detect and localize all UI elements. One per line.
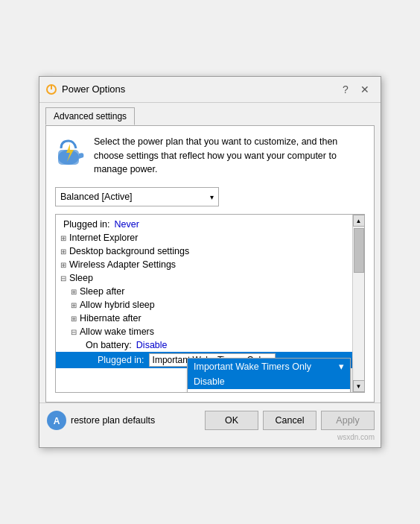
watermark: wsxdn.com — [45, 433, 375, 441]
item-label: Hibernate after — [80, 313, 141, 323]
item-label: Internet Explorer — [69, 233, 138, 243]
bottom-section: A restore plan defaults OK Cancel Apply … — [39, 403, 381, 447]
close-button[interactable]: ✕ — [355, 82, 375, 97]
expand-icon: ⊞ — [71, 315, 77, 323]
dialog-title: Power Options — [62, 83, 125, 95]
item-label: On battery: — [86, 340, 132, 350]
plan-dropdown-section: Balanced [Active] ▾ — [55, 187, 365, 206]
chevron-down-icon: ▾ — [210, 193, 214, 201]
list-item: ⊞ Desktop background settings — [56, 244, 352, 258]
scroll-thumb[interactable] — [354, 228, 364, 273]
title-bar-buttons: ? ✕ — [337, 82, 375, 97]
item-label: Sleep — [69, 273, 93, 283]
scrollbar[interactable]: ▲ ▼ — [352, 215, 364, 392]
list-item: ⊞ Allow hybrid sleep — [56, 298, 352, 312]
info-description: Select the power plan that you want to c… — [94, 135, 365, 177]
plan-dropdown[interactable]: Balanced [Active] ▾ — [55, 187, 219, 206]
scroll-up-button[interactable]: ▲ — [353, 215, 365, 227]
item-label: Allow wake timers — [80, 326, 154, 337]
list-item: On battery: Disable — [56, 338, 352, 352]
item-value: Disable — [136, 340, 168, 350]
plan-dropdown-value: Balanced [Active] — [60, 192, 133, 202]
expand-icon: ⊟ — [71, 328, 77, 336]
dropdown-option-disable[interactable]: Disable — [188, 374, 350, 389]
dialog-body: Select the power plan that you want to c… — [45, 125, 375, 403]
wake-timers-dropdown-overlay: Important Wake Timers Only ▾ Disable Ena… — [187, 358, 351, 393]
ok-button[interactable]: OK — [205, 411, 258, 430]
expand-icon: ⊞ — [60, 261, 66, 269]
cancel-button[interactable]: Cancel — [263, 411, 316, 430]
dropdown-header[interactable]: Important Wake Timers Only ▾ — [188, 359, 350, 374]
restore-defaults-section: A restore plan defaults — [45, 409, 155, 432]
scroll-down-button[interactable]: ▼ — [353, 380, 365, 392]
settings-list: Plugged in: Never ⊞ Internet Explorer ⊞ … — [55, 214, 365, 393]
expand-icon: ⊟ — [60, 274, 66, 282]
expand-icon: ⊞ — [60, 234, 66, 242]
dropdown-header-text: Important Wake Timers Only — [194, 362, 311, 372]
advanced-settings-tab[interactable]: Advanced settings — [45, 107, 135, 125]
list-item: ⊞ Hibernate after — [56, 312, 352, 325]
item-label: Plugged in: — [98, 355, 144, 365]
tab-bar: Advanced settings — [39, 103, 381, 125]
item-value: Never — [115, 219, 139, 230]
chevron-down-icon: ▾ — [339, 361, 344, 372]
appuals-logo-icon: A — [45, 409, 68, 432]
list-item: ⊞ Wireless Adapter Settings — [56, 258, 352, 271]
item-label: Allow hybrid sleep — [80, 300, 155, 310]
item-label: Plugged in: — [63, 219, 110, 230]
power-options-dialog: Power Options ? ✕ Advanced settings — [39, 76, 381, 448]
help-button[interactable]: ? — [337, 82, 354, 97]
svg-text:A: A — [54, 416, 60, 426]
item-label: Sleep after — [80, 286, 124, 297]
info-section: Select the power plan that you want to c… — [55, 135, 365, 177]
apply-button[interactable]: Apply — [321, 411, 375, 430]
list-item: ⊟ Allow wake timers — [56, 325, 352, 338]
bottom-row: A restore plan defaults OK Cancel Apply — [45, 409, 375, 432]
item-label: Wireless Adapter Settings — [69, 259, 176, 270]
expand-icon: ⊞ — [71, 301, 77, 309]
power-icon — [45, 83, 57, 95]
list-item: ⊟ Sleep — [56, 271, 352, 285]
title-bar: Power Options ? ✕ — [39, 77, 381, 103]
list-item: Plugged in: Never — [56, 218, 352, 231]
dialog-buttons: OK Cancel Apply — [205, 411, 375, 430]
list-item: ⊞ Sleep after — [56, 285, 352, 298]
expand-icon: ⊞ — [60, 247, 66, 256]
dropdown-option-enable[interactable]: Enable — [188, 389, 350, 393]
restore-defaults-link[interactable]: restore plan defaults — [71, 415, 155, 426]
item-label: Desktop background settings — [69, 246, 189, 256]
list-item: ⊞ Internet Explorer — [56, 231, 352, 244]
expand-icon: ⊞ — [71, 288, 77, 296]
list-content: Plugged in: Never ⊞ Internet Explorer ⊞ … — [56, 215, 364, 371]
power-plan-icon — [55, 135, 86, 172]
title-bar-left: Power Options — [45, 83, 125, 95]
